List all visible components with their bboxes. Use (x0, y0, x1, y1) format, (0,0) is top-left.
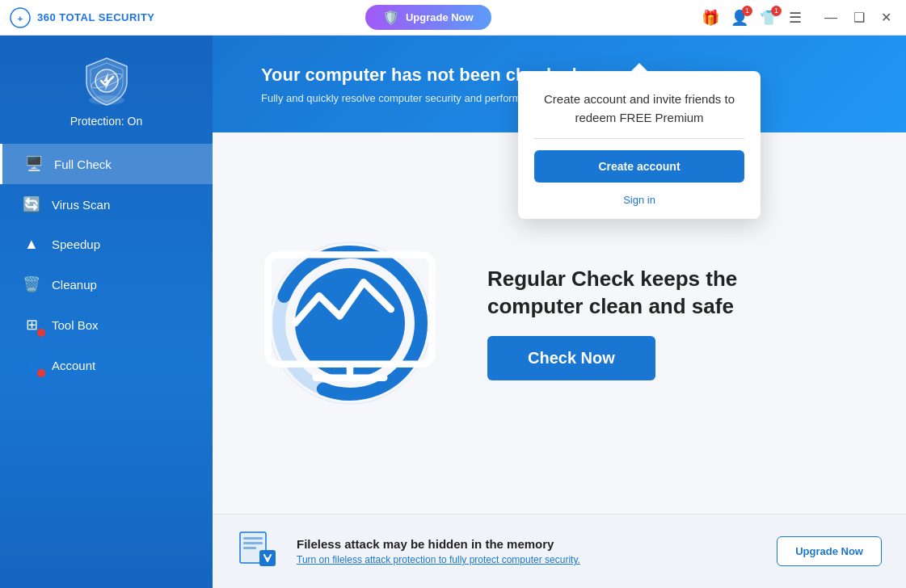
speedup-icon: ▲ (23, 236, 40, 253)
upgrade-label: Upgrade Now (406, 11, 474, 23)
popup-message: Create account and invite friends to red… (534, 90, 744, 127)
sidebar-item-toolbox[interactable]: ⊞ Tool Box (0, 304, 213, 345)
minimize-button[interactable]: — (820, 7, 842, 28)
signin-link[interactable]: Sign in (623, 194, 655, 206)
create-account-button[interactable]: Create account (534, 150, 744, 183)
full-check-icon: 🖥️ (25, 155, 43, 173)
account-badge (37, 369, 45, 377)
shield-logo-icon (78, 52, 135, 108)
user-icon[interactable]: 👤 1 (731, 9, 748, 27)
sidebar-logo-area: Protection: On (70, 52, 143, 128)
app-logo-icon: + (10, 7, 31, 28)
sidebar-item-account[interactable]: 👤 Account (0, 345, 213, 385)
app-logo: + 360 TOTAL SECURITY (10, 7, 155, 28)
titlebar-actions: 🎁 👤 1 👕 1 ☰ — ❑ ✕ (702, 6, 896, 28)
cleanup-icon: 🗑️ (23, 275, 40, 293)
sidebar-item-full-check[interactable]: 🖥️ Full Check (0, 144, 213, 184)
sidebar-label-toolbox: Tool Box (52, 318, 99, 332)
protection-status: Protection: On (70, 115, 143, 128)
titlebar: + 360 TOTAL SECURITY 🛡️ Upgrade Now 🎁 👤 … (0, 0, 906, 36)
account-popup: Create account and invite friends to red… (518, 71, 761, 219)
menu-icon[interactable]: ☰ (789, 9, 802, 27)
virus-scan-icon: 🔄 (23, 195, 40, 213)
shirt-icon[interactable]: 👕 1 (760, 9, 777, 27)
sidebar-label-speedup: Speedup (52, 237, 100, 251)
sidebar-item-speedup[interactable]: ▲ Speedup (0, 225, 213, 264)
popup-overlay: Create account and invite friends to red… (213, 36, 906, 588)
sidebar-label-account: Account (52, 359, 95, 372)
sidebar: Protection: On 🖥️ Full Check 🔄 Virus Sca… (0, 36, 213, 588)
gift-icon[interactable]: 🎁 (702, 9, 719, 27)
coin-icon: 🛡️ (383, 10, 399, 25)
sidebar-item-cleanup[interactable]: 🗑️ Cleanup (0, 264, 213, 304)
popup-divider (534, 138, 744, 139)
restore-button[interactable]: ❑ (849, 6, 870, 28)
sidebar-label-virus-scan: Virus Scan (52, 198, 110, 212)
window-controls: — ❑ ✕ (820, 6, 896, 28)
svg-text:+: + (18, 14, 23, 23)
content-area: Your computer has not been checked Fully… (213, 36, 906, 588)
user-badge: 1 (742, 6, 752, 16)
sidebar-label-full-check: Full Check (54, 158, 112, 171)
titlebar-center: 🛡️ Upgrade Now (155, 5, 702, 30)
upgrade-now-button[interactable]: 🛡️ Upgrade Now (365, 5, 491, 30)
shirt-badge: 1 (771, 6, 782, 16)
toolbox-badge (37, 329, 45, 337)
sidebar-item-virus-scan[interactable]: 🔄 Virus Scan (0, 184, 213, 225)
sidebar-label-cleanup: Cleanup (52, 278, 97, 292)
close-button[interactable]: ✕ (876, 6, 896, 28)
app-name: 360 TOTAL SECURITY (37, 11, 155, 23)
main-layout: Protection: On 🖥️ Full Check 🔄 Virus Sca… (0, 36, 906, 588)
